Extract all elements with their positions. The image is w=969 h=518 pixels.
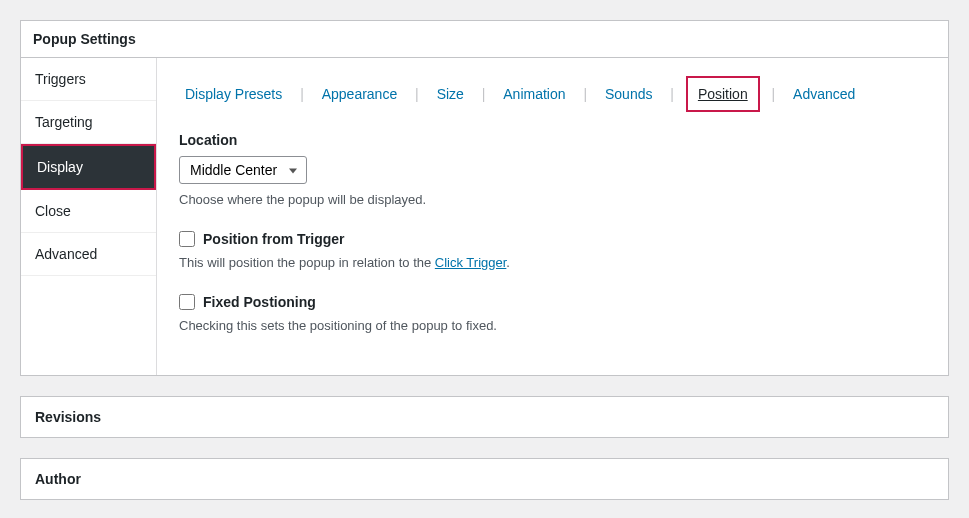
revisions-panel[interactable]: Revisions xyxy=(20,396,949,438)
fixed-positioning-row: Fixed Postioning xyxy=(179,294,926,310)
position-from-trigger-desc-suffix: . xyxy=(506,255,510,270)
subtab-bar: Display Presets | Appearance | Size | An… xyxy=(179,76,926,112)
location-select-wrap: Middle Center xyxy=(179,156,307,184)
position-from-trigger-description: This will position the popup in relation… xyxy=(179,255,926,270)
fixed-positioning-description: Checking this sets the positioning of th… xyxy=(179,318,926,333)
click-trigger-link[interactable]: Click Trigger xyxy=(435,255,507,270)
location-label: Location xyxy=(179,132,926,148)
subtab-separator: | xyxy=(300,86,304,102)
fixed-positioning-label: Fixed Postioning xyxy=(203,294,316,310)
subtab-separator: | xyxy=(583,86,587,102)
fixed-positioning-checkbox[interactable] xyxy=(179,294,195,310)
subtab-appearance[interactable]: Appearance xyxy=(316,82,404,106)
subtab-sounds[interactable]: Sounds xyxy=(599,82,658,106)
side-navigation: Triggers Targeting Display Close Advance… xyxy=(21,58,157,375)
subtab-position[interactable]: Position xyxy=(686,76,760,112)
sidenav-triggers[interactable]: Triggers xyxy=(21,58,156,101)
popup-settings-panel: Popup Settings Triggers Targeting Displa… xyxy=(20,20,949,376)
location-select[interactable]: Middle Center xyxy=(179,156,307,184)
content-area: Display Presets | Appearance | Size | An… xyxy=(157,58,948,375)
author-panel[interactable]: Author xyxy=(20,458,949,500)
subtab-separator: | xyxy=(670,86,674,102)
subtab-advanced[interactable]: Advanced xyxy=(787,82,861,106)
sidenav-close[interactable]: Close xyxy=(21,190,156,233)
position-from-trigger-label: Position from Trigger xyxy=(203,231,345,247)
subtab-separator: | xyxy=(415,86,419,102)
subtab-size[interactable]: Size xyxy=(431,82,470,106)
position-from-trigger-checkbox[interactable] xyxy=(179,231,195,247)
subtab-display-presets[interactable]: Display Presets xyxy=(179,82,288,106)
position-from-trigger-desc-prefix: This will position the popup in relation… xyxy=(179,255,435,270)
panel-title: Popup Settings xyxy=(21,21,948,58)
sidenav-targeting[interactable]: Targeting xyxy=(21,101,156,144)
sidenav-display[interactable]: Display xyxy=(21,144,156,190)
location-description: Choose where the popup will be displayed… xyxy=(179,192,926,207)
location-field-group: Location Middle Center Choose where the … xyxy=(179,132,926,207)
fixed-positioning-group: Fixed Postioning Checking this sets the … xyxy=(179,294,926,333)
panel-body: Triggers Targeting Display Close Advance… xyxy=(21,58,948,375)
sidenav-advanced[interactable]: Advanced xyxy=(21,233,156,276)
position-from-trigger-group: Position from Trigger This will position… xyxy=(179,231,926,270)
subtab-separator: | xyxy=(772,86,776,102)
subtab-animation[interactable]: Animation xyxy=(497,82,571,106)
position-from-trigger-row: Position from Trigger xyxy=(179,231,926,247)
subtab-separator: | xyxy=(482,86,486,102)
